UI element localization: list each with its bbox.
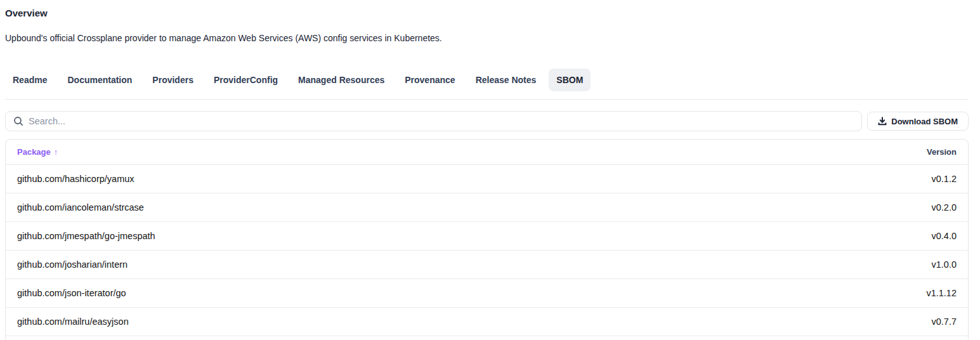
tab-documentation[interactable]: Documentation bbox=[60, 69, 140, 91]
sort-ascending-icon: ↑ bbox=[54, 147, 58, 157]
sbom-page: Overview Upbound's official Crossplane p… bbox=[0, 8, 969, 340]
column-header-package[interactable]: Package ↑ bbox=[17, 147, 58, 157]
tab-sbom[interactable]: SBOM bbox=[549, 69, 591, 91]
table-row[interactable]: github.com/jmespath/go-jmespath v0.4.0 bbox=[6, 221, 968, 250]
tab-providerconfig[interactable]: ProviderConfig bbox=[206, 69, 285, 91]
package-cell: github.com/mailru/easyjson bbox=[17, 317, 129, 327]
search-box[interactable] bbox=[5, 111, 862, 131]
page-title: Overview bbox=[5, 8, 969, 19]
version-cell: v0.2.0 bbox=[932, 202, 957, 213]
table-row-partial bbox=[6, 336, 968, 340]
package-cell: github.com/iancoleman/strcase bbox=[17, 202, 144, 213]
download-icon bbox=[878, 117, 887, 126]
version-cell: v0.1.2 bbox=[932, 174, 957, 184]
table-row[interactable]: github.com/hashicorp/yamux v0.1.2 bbox=[6, 164, 968, 193]
package-cell: github.com/jmespath/go-jmespath bbox=[17, 231, 155, 241]
sbom-table: Package ↑ Version github.com/hashicorp/y… bbox=[5, 139, 969, 340]
tab-providers[interactable]: Providers bbox=[145, 69, 201, 91]
table-row[interactable]: github.com/mailru/easyjson v0.7.7 bbox=[6, 307, 968, 336]
tab-managed-resources[interactable]: Managed Resources bbox=[291, 69, 392, 91]
tab-readme[interactable]: Readme bbox=[5, 69, 55, 91]
package-cell: github.com/hashicorp/yamux bbox=[17, 174, 134, 184]
version-cell: v0.7.7 bbox=[932, 317, 957, 327]
sbom-toolbar: Download SBOM bbox=[5, 111, 969, 131]
search-input[interactable] bbox=[29, 116, 854, 126]
download-sbom-label: Download SBOM bbox=[891, 117, 958, 126]
search-icon bbox=[13, 116, 23, 126]
table-row[interactable]: github.com/josharian/intern v1.0.0 bbox=[6, 250, 968, 278]
version-cell: v1.0.0 bbox=[932, 259, 957, 270]
package-cell: github.com/json-iterator/go bbox=[17, 288, 126, 298]
package-cell: github.com/josharian/intern bbox=[17, 259, 127, 270]
version-cell: v0.4.0 bbox=[932, 231, 957, 241]
download-sbom-button[interactable]: Download SBOM bbox=[867, 112, 969, 131]
table-header-row: Package ↑ Version bbox=[6, 140, 968, 164]
package-column-label: Package bbox=[17, 147, 51, 157]
column-header-version[interactable]: Version bbox=[927, 147, 957, 157]
tab-bar: Readme Documentation Providers ProviderC… bbox=[5, 69, 969, 91]
tab-release-notes[interactable]: Release Notes bbox=[468, 69, 544, 91]
table-row[interactable]: github.com/iancoleman/strcase v0.2.0 bbox=[6, 193, 968, 221]
tab-divider bbox=[5, 99, 969, 100]
package-description: Upbound's official Crossplane provider t… bbox=[5, 33, 969, 44]
version-cell: v1.1.12 bbox=[926, 288, 957, 298]
table-row[interactable]: github.com/json-iterator/go v1.1.12 bbox=[6, 278, 968, 307]
tab-provenance[interactable]: Provenance bbox=[397, 69, 462, 91]
